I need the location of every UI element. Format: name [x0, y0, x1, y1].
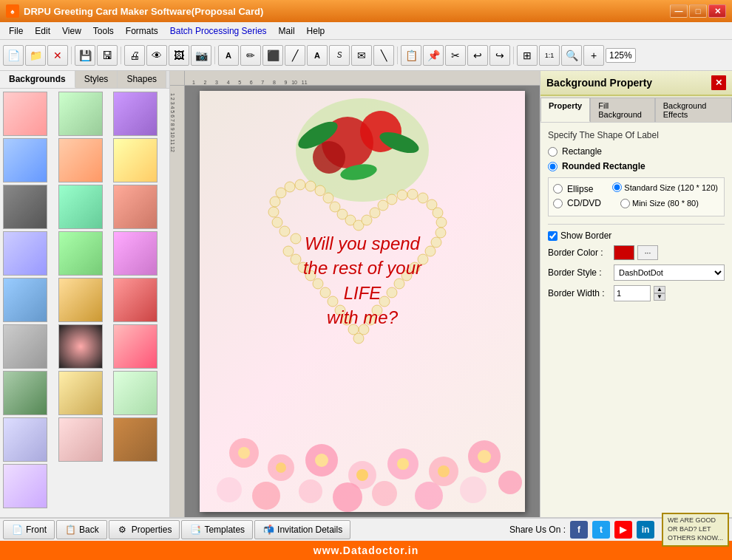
bg-thumb-3[interactable]	[113, 92, 157, 136]
radio-cddvd[interactable]	[553, 199, 563, 208]
front-button[interactable]: 📄 Front	[3, 520, 55, 539]
radio-standard[interactable]	[612, 182, 622, 192]
menu-formats[interactable]: Formats	[120, 24, 164, 38]
standard-size-option[interactable]: Standard Size (120 * 120)	[612, 182, 718, 192]
bg-thumb-24[interactable]	[113, 417, 157, 462]
tb-new[interactable]: 📄	[3, 45, 24, 66]
menu-view[interactable]: View	[56, 24, 87, 38]
tb-grid[interactable]: ⊞	[517, 45, 538, 66]
tb-print[interactable]: 🖨	[124, 45, 145, 66]
bg-thumb-17[interactable]	[58, 324, 103, 369]
tb-line[interactable]: ╱	[285, 45, 305, 66]
tb-wordart[interactable]: S	[329, 45, 350, 66]
tb-text[interactable]: A	[218, 45, 239, 66]
templates-button[interactable]: 📑 Templates	[181, 520, 253, 539]
tb-redo[interactable]: ↪	[489, 45, 510, 66]
svg-point-13	[285, 182, 295, 192]
greeting-card[interactable]: Will you spend the rest of your LIFE wit…	[200, 91, 525, 512]
radio-mini[interactable]	[620, 199, 630, 208]
bg-thumb-14[interactable]	[58, 278, 103, 322]
shape-cddvd[interactable]: CD/DVD	[553, 198, 601, 208]
border-width-input[interactable]	[614, 285, 651, 301]
tb-undo[interactable]: ↩	[467, 45, 488, 66]
bg-thumb-11[interactable]	[58, 231, 103, 276]
tb-pencil[interactable]: ✏	[240, 45, 261, 66]
tab-backgrounds[interactable]: Backgrounds	[0, 71, 75, 88]
menu-edit[interactable]: Edit	[29, 24, 56, 38]
radio-ellipse[interactable]	[553, 184, 563, 194]
back-button[interactable]: 📋 Back	[56, 520, 107, 539]
tb-preview[interactable]: 👁	[146, 45, 167, 66]
tb-paste[interactable]: 📌	[423, 45, 444, 66]
tb-font[interactable]: A	[307, 45, 328, 66]
tb-copy[interactable]: 📋	[401, 45, 421, 66]
bg-thumb-12[interactable]	[113, 231, 157, 276]
menu-file[interactable]: File	[3, 24, 29, 38]
bg-thumb-21[interactable]	[113, 371, 157, 415]
mini-size-label-row[interactable]: Mini Size (80 * 80)	[620, 199, 699, 208]
tab-property[interactable]: Property	[540, 98, 590, 122]
border-style-select[interactable]: DashDotDot Solid Dash Dot DashDot	[614, 264, 725, 281]
youtube-button[interactable]: ▶	[614, 521, 632, 539]
bg-thumb-8[interactable]	[58, 185, 103, 229]
maximize-button[interactable]: □	[689, 4, 707, 18]
bg-thumb-25[interactable]	[3, 464, 47, 508]
tb-img2[interactable]: 📷	[191, 45, 211, 66]
shape-rectangle[interactable]: Rectangle	[548, 146, 725, 157]
close-property-button[interactable]: ✕	[711, 75, 726, 90]
border-color-more[interactable]: ···	[637, 245, 658, 260]
properties-button[interactable]: ⚙ Properties	[109, 520, 180, 539]
bg-thumb-15[interactable]	[113, 278, 157, 322]
menu-mail[interactable]: Mail	[273, 24, 301, 38]
linkedin-button[interactable]: in	[637, 521, 654, 539]
shape-ellipse[interactable]: Ellipse	[553, 184, 593, 194]
bg-thumb-10[interactable]	[3, 231, 47, 276]
minimize-button[interactable]: —	[670, 4, 688, 18]
tab-bg-effects[interactable]: Background Effects	[655, 98, 732, 122]
tb-close[interactable]: ✕	[47, 45, 68, 66]
tb-img[interactable]: 🖼	[169, 45, 189, 66]
tb-zoom-btn[interactable]: 🔍	[561, 45, 582, 66]
bg-thumb-6[interactable]	[113, 138, 157, 182]
radio-rounded-rect[interactable]	[548, 162, 558, 171]
close-button[interactable]: ✕	[708, 4, 726, 18]
tb-diag[interactable]: ╲	[373, 45, 394, 66]
tb-ratio[interactable]: 1:1	[539, 45, 560, 66]
tb-saveas[interactable]: 🖫	[97, 45, 118, 66]
shape-rounded-rect[interactable]: Rounded Rectangle	[548, 161, 725, 171]
facebook-button[interactable]: f	[570, 521, 588, 539]
show-border-checkbox[interactable]	[548, 231, 558, 241]
tb-email[interactable]: ✉	[351, 45, 372, 66]
bg-thumb-19[interactable]	[3, 371, 47, 415]
menu-help[interactable]: Help	[301, 24, 331, 38]
bg-thumb-1[interactable]	[3, 92, 47, 136]
bg-thumb-5[interactable]	[58, 138, 103, 182]
tb-open[interactable]: 📁	[25, 45, 46, 66]
tb-shape[interactable]: ⬛	[262, 45, 283, 66]
menu-batch[interactable]: Batch Processing Series	[164, 24, 273, 38]
tab-shapes[interactable]: Shapes	[118, 71, 166, 88]
tb-zoomin[interactable]: +	[583, 45, 604, 66]
bg-thumb-13[interactable]	[3, 278, 47, 322]
bg-thumb-16[interactable]	[3, 324, 47, 369]
border-color-swatch[interactable]	[614, 245, 634, 260]
bg-thumb-22[interactable]	[3, 417, 47, 462]
tb-cut[interactable]: ✂	[445, 45, 466, 66]
radio-rectangle[interactable]	[548, 147, 558, 157]
bg-thumb-7[interactable]	[3, 185, 47, 229]
tb-save[interactable]: 💾	[75, 45, 95, 66]
twitter-button[interactable]: t	[592, 521, 610, 539]
invitation-button[interactable]: 📬 Invitation Details	[254, 520, 350, 539]
bg-thumb-4[interactable]	[3, 138, 47, 182]
bg-thumb-9[interactable]	[113, 185, 157, 229]
spinner-down[interactable]: ▼	[654, 293, 665, 301]
bg-thumb-23[interactable]	[58, 417, 103, 462]
tab-fill-background[interactable]: Fill Background	[590, 98, 655, 122]
spinner-up[interactable]: ▲	[654, 286, 665, 293]
bg-thumb-2[interactable]	[58, 92, 103, 136]
bg-thumb-18[interactable]	[113, 324, 157, 369]
menu-tools[interactable]: Tools	[87, 24, 120, 38]
bg-thumb-20[interactable]	[58, 371, 103, 415]
tab-styles[interactable]: Styles	[75, 71, 118, 88]
panel-tabs: Backgrounds Styles Shapes	[0, 71, 169, 89]
